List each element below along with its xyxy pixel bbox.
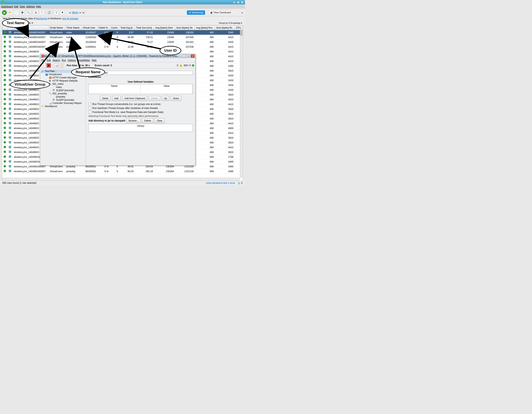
chevron-right-icon[interactable]: »: [241, 11, 243, 14]
jmeter-chart-icon[interactable]: 📊: [54, 63, 59, 68]
jmeter-report-icon[interactable]: 📋: [59, 63, 64, 68]
col-header-8[interactable]: Total Avg [n: [119, 26, 135, 30]
checkbox-functional[interactable]: [88, 111, 91, 114]
vertical-scrollbar[interactable]: [240, 30, 243, 178]
menu-edit[interactable]: Edit: [14, 5, 18, 8]
classpath-clear-button[interactable]: Clear: [154, 118, 165, 123]
col-header-7[interactable]: Count: [110, 26, 119, 30]
col-header-2[interactable]: Test Name: [13, 26, 49, 30]
new-icon[interactable]: 📄: [14, 10, 19, 15]
jmeter-delete-button[interactable]: Delete: [149, 96, 160, 101]
jmeter-detail-button[interactable]: Detail: [100, 96, 111, 101]
col-header-10[interactable]: Avg [bytes] Sent: [154, 26, 175, 30]
tree-node-http-cookie-manager[interactable]: 🍪HTTP Cookie Manager: [41, 76, 85, 79]
group-by-dropdown[interactable]: Group by 4 Groupings ▾: [219, 22, 242, 24]
jmeter-play-icon[interactable]: ▶: [41, 63, 46, 68]
jmeter-menu-smartmeter[interactable]: SmartMeter: [77, 59, 90, 62]
filter2-icon[interactable]: ▼: [60, 10, 65, 15]
col-header-6[interactable]: Failed %: [97, 26, 110, 30]
prev-arrow-icon[interactable]: ◀: [69, 11, 71, 14]
comments-label: Comments:: [88, 76, 102, 78]
tree-node-test-plan[interactable]: 🧪Test Plan: [41, 70, 85, 73]
table-row[interactable]: etnetera.jmx_1404993340507VirtualUsersin…: [2, 30, 243, 35]
add-icon[interactable]: ➕: [20, 10, 25, 15]
jmeter-up-button[interactable]: Up: [162, 96, 169, 101]
col-header-9[interactable]: Total Sum [ms]: [135, 26, 154, 30]
scrollbar-thumb[interactable]: [240, 30, 243, 36]
minimize-button[interactable]: _: [233, 0, 236, 4]
classpath-browse--button[interactable]: Browse...: [126, 118, 141, 123]
filter-icon[interactable]: ▽: [54, 10, 59, 15]
table-row[interactable]: etnetera.jmx_1404993340507VirtualUserspr…: [2, 169, 243, 174]
col-header-5[interactable]: Virtual User: [81, 26, 97, 30]
export-icon[interactable]: ⤴: [39, 10, 44, 15]
classpath-delete-button[interactable]: Delete: [142, 118, 153, 123]
menu-dashboard[interactable]: Dashboard: [1, 5, 13, 8]
print-icon[interactable]: 🖨: [33, 10, 38, 15]
col-header-3[interactable]: Script Name: [48, 26, 65, 30]
jmeter-minimize-button[interactable]: _: [182, 55, 186, 58]
tree-node-controller-summary-report[interactable]: 📊Controller Summary Report: [41, 102, 85, 105]
dashboard-tab-label[interactable]: No Tagged Web Requests ✕: [3, 21, 33, 24]
col-header-12[interactable]: Avg [bytes] Rcv: [195, 26, 215, 30]
dashboard-chip[interactable]: ▦ *New Dashboard: [209, 10, 233, 15]
monitoring-button[interactable]: 👁 Monitoring: [187, 10, 205, 15]
table-row[interactable]: etnetera.jmx_140499334904410: [2, 49, 243, 54]
jmeter-menu-edit[interactable]: Edit: [47, 59, 51, 62]
warning-icon: ⚠️: [179, 64, 182, 67]
col-header-4[interactable]: Timer Name: [65, 26, 81, 30]
next-arrow-icon[interactable]: ▶: [80, 11, 81, 14]
refresh-icon[interactable]: 🔄: [47, 10, 51, 15]
crumb-link-monitoring[interactable]: Monitoring: [36, 17, 47, 20]
checkbox-teardown[interactable]: [88, 107, 91, 110]
last-arrow-icon[interactable]: ▶|: [83, 11, 85, 14]
jmeter-menu-file[interactable]: File: [41, 59, 45, 62]
jmeter-titlebar[interactable]: 🟥 etnetera.jmx (C:\Smartmeter_FORTUNADB\…: [40, 54, 195, 58]
menu-tools[interactable]: Tools: [19, 5, 25, 8]
jmeter-menu-options[interactable]: Options: [68, 59, 76, 62]
col-header-1[interactable]: [8, 26, 13, 30]
jmeter-down-button[interactable]: Down: [171, 96, 181, 101]
user-vars-grid[interactable]: Name: Value: [88, 84, 193, 94]
jmeter-menu-help[interactable]: Help: [92, 59, 96, 62]
table-row[interactable]: etnetera.jmx_1404993340507VirtualUsersin…: [2, 40, 243, 45]
tree-node-produkty[interactable]: 📄produkty: [41, 95, 85, 98]
col-header-0[interactable]: [2, 26, 8, 30]
rss-icon[interactable]: 📡: [238, 182, 241, 184]
horizontal-scrollbar[interactable]: [2, 178, 240, 181]
search-icon[interactable]: 🔍: [26, 10, 31, 15]
play-button[interactable]: ▶: [2, 10, 7, 15]
jmeter-menu-search[interactable]: Search: [52, 59, 60, 62]
jmeter-title: etnetera.jmx (C:\Smartmeter_FORTUNADB\te…: [44, 55, 180, 58]
close-button[interactable]: ✕: [241, 0, 244, 4]
col-header-14[interactable]: CPU: [235, 26, 243, 30]
table-row[interactable]: etnetera.jmx_1404993340507VirtualUsersin…: [2, 35, 243, 40]
jmeter-add-from-clipboard-button[interactable]: Add from Clipboard: [122, 96, 147, 101]
table-row[interactable]: etnetera.jmx_1404993340507VirtualUsersin…: [2, 45, 243, 49]
name-input[interactable]: [97, 71, 193, 75]
tree-node-002-produkty[interactable]: 🔧002_produkty: [41, 92, 85, 95]
col-header-11[interactable]: Sum [bytes] Se: [175, 26, 195, 30]
tree-node-workbench[interactable]: 📁WorkBench: [41, 105, 85, 108]
status-host-link[interactable]: nonp-dynatrace-test-1.local: [206, 182, 235, 184]
open-icon[interactable]: 📂: [8, 10, 13, 15]
tree-node-virtualusers[interactable]: 👥VirtualUsers: [41, 73, 85, 76]
jmeter-maximize-button[interactable]: ▭: [187, 55, 190, 58]
jmeter-menu-run[interactable]: Run: [62, 59, 66, 62]
menu-help[interactable]: Help: [36, 5, 41, 8]
maximize-button[interactable]: ▭: [237, 0, 240, 4]
tree-node-index[interactable]: 📄index: [41, 86, 85, 89]
tree-node-sleep-exclude-[interactable]: ⏱SLEEP [exclude]: [41, 89, 85, 92]
jmeter-close-button[interactable]: ✕: [191, 55, 194, 58]
checkbox-consecutive[interactable]: [88, 103, 91, 106]
menu-settings[interactable]: Settings: [26, 5, 35, 8]
jmeter-add-button[interactable]: Add: [112, 96, 121, 101]
tree-node-sleep-exclude-[interactable]: ⏱SLEEP [exclude]: [41, 98, 85, 102]
library-box[interactable]: Library: [88, 124, 193, 132]
tree-node-http-request-defaults[interactable]: ⚙HTTP Request Defaults: [41, 79, 85, 82]
jmeter-stop-icon[interactable]: ■: [47, 63, 51, 68]
col-header-13[interactable]: Sum [bytes] Rc: [215, 26, 235, 30]
tree-node-001-index[interactable]: 🔧001_index: [41, 82, 85, 86]
timerange-link[interactable]: 30min: [72, 11, 78, 14]
crumb-link-timeframe[interactable]: last 30 minutes: [62, 17, 79, 20]
